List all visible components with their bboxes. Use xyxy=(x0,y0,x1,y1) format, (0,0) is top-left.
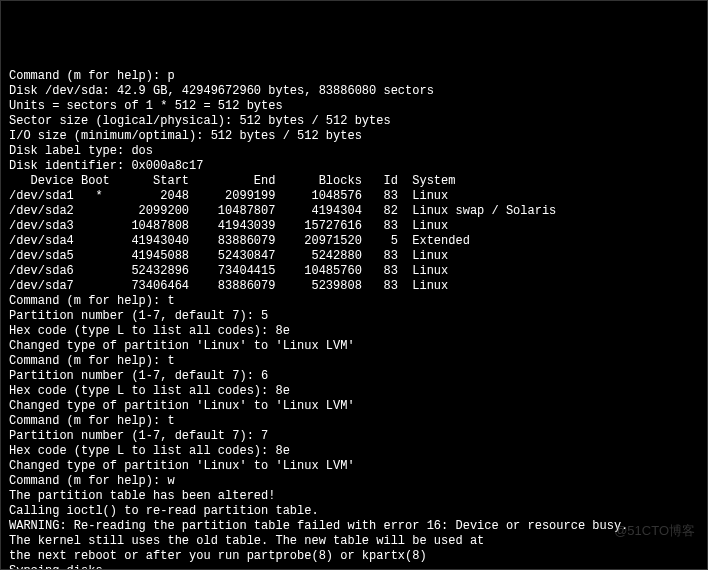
command-line: Hex code (type L to list all codes): 8e xyxy=(9,444,699,459)
output-line: Calling ioctl() to re-read partition tab… xyxy=(9,504,699,519)
output-line: Changed type of partition 'Linux' to 'Li… xyxy=(9,399,699,414)
partition-table-header: Device Boot Start End Blocks Id System xyxy=(9,174,699,189)
terminal-output: Command (m for help): pDisk /dev/sda: 42… xyxy=(9,69,699,570)
command-line: Command (m for help): w xyxy=(9,474,699,489)
command-line: Hex code (type L to list all codes): 8e xyxy=(9,384,699,399)
output-line: Syncing disks. xyxy=(9,564,699,570)
command-line: Partition number (1-7, default 7): 7 xyxy=(9,429,699,444)
disk-info-line: Disk /dev/sda: 42.9 GB, 42949672960 byte… xyxy=(9,84,699,99)
output-line: the next reboot or after you run partpro… xyxy=(9,549,699,564)
output-line: The partition table has been altered! xyxy=(9,489,699,504)
disk-info-line: Sector size (logical/physical): 512 byte… xyxy=(9,114,699,129)
partition-table-row: /dev/sda6 52432896 73404415 10485760 83 … xyxy=(9,264,699,279)
command-line: Hex code (type L to list all codes): 8e xyxy=(9,324,699,339)
command-line: Command (m for help): p xyxy=(9,69,699,84)
disk-info-line: Disk label type: dos xyxy=(9,144,699,159)
output-line: WARNING: Re-reading the partition table … xyxy=(9,519,699,534)
partition-table-row: /dev/sda3 10487808 41943039 15727616 83 … xyxy=(9,219,699,234)
disk-info-line: Units = sectors of 1 * 512 = 512 bytes xyxy=(9,99,699,114)
partition-table-row: /dev/sda7 73406464 83886079 5239808 83 L… xyxy=(9,279,699,294)
partition-table-row: /dev/sda2 2099200 10487807 4194304 82 Li… xyxy=(9,204,699,219)
command-line: Partition number (1-7, default 7): 5 xyxy=(9,309,699,324)
output-line: Changed type of partition 'Linux' to 'Li… xyxy=(9,339,699,354)
output-line: The kernel still uses the old table. The… xyxy=(9,534,699,549)
partition-table-row: /dev/sda5 41945088 52430847 5242880 83 L… xyxy=(9,249,699,264)
command-line: Command (m for help): t xyxy=(9,414,699,429)
output-line: Changed type of partition 'Linux' to 'Li… xyxy=(9,459,699,474)
partition-table-row: /dev/sda1 * 2048 2099199 1048576 83 Linu… xyxy=(9,189,699,204)
partition-table-row: /dev/sda4 41943040 83886079 20971520 5 E… xyxy=(9,234,699,249)
command-line: Command (m for help): t xyxy=(9,354,699,369)
disk-info-line: I/O size (minimum/optimal): 512 bytes / … xyxy=(9,129,699,144)
disk-info-line: Disk identifier: 0x000a8c17 xyxy=(9,159,699,174)
command-line: Partition number (1-7, default 7): 6 xyxy=(9,369,699,384)
command-line: Command (m for help): t xyxy=(9,294,699,309)
